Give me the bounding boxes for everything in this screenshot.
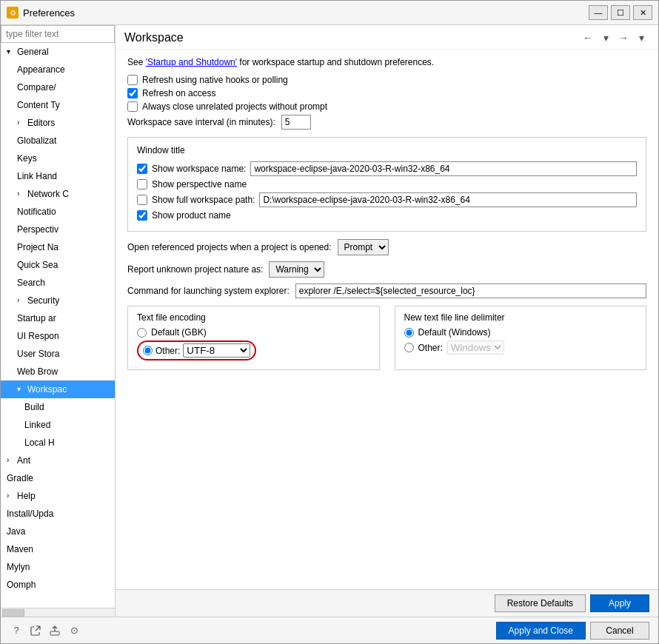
arrow-icon: ▾ — [17, 382, 26, 397]
encoding-other-radio[interactable] — [143, 346, 153, 355]
text-encoding-group: Text file encoding Default (GBK) Other: … — [127, 306, 380, 370]
toolbar-dropdown[interactable]: ▾ — [598, 30, 614, 46]
sidebar-item-link-hand[interactable]: Link Hand — [1, 167, 115, 185]
sidebar-item-gradle[interactable]: Gradle — [1, 469, 115, 487]
apply-button[interactable]: Apply — [590, 594, 649, 612]
sidebar-item-project-na[interactable]: Project Na — [1, 238, 115, 256]
sidebar-item-mylyn[interactable]: Mylyn — [1, 558, 115, 576]
sidebar-item-local-h[interactable]: Local H — [1, 434, 115, 452]
sidebar-item-compare[interactable]: Compare/ — [1, 78, 115, 96]
sidebar-item-linked[interactable]: Linked — [1, 416, 115, 434]
show-perspective-label: Show perspective name — [152, 179, 247, 189]
open-referenced-select[interactable]: Prompt Always Never — [338, 239, 389, 255]
refresh-access-label: Refresh on access — [142, 88, 215, 98]
delimiter-other-row: Other: Windows Unix Mac — [404, 341, 638, 355]
sidebar-item-build[interactable]: Build — [1, 398, 115, 416]
app-icon: ⚙ — [7, 7, 19, 19]
text-encoding-title: Text file encoding — [137, 312, 370, 323]
show-workspace-row: Show workspace name: — [137, 161, 637, 176]
preferences-window: ⚙ Preferences — ☐ ✕ ▾General Appearance … — [0, 0, 659, 644]
sidebar-item-user-stora[interactable]: User Stora — [1, 345, 115, 363]
restore-defaults-button[interactable]: Restore Defaults — [495, 594, 586, 612]
show-full-path-checkbox[interactable] — [137, 195, 147, 205]
full-path-input[interactable] — [259, 192, 637, 207]
encoding-other-select[interactable]: UTF-8 UTF-16 ISO-8859-1 US-ASCII — [183, 343, 250, 358]
delimiter-default-row: Default (Windows) — [404, 327, 638, 338]
filter-input[interactable] — [1, 25, 115, 43]
back-button[interactable]: ← — [580, 30, 596, 46]
sidebar-item-keys[interactable]: Keys — [1, 150, 115, 167]
startup-description: See 'Startup and Shutdown' for workspace… — [127, 57, 646, 67]
help-icon[interactable]: ? — [10, 624, 23, 637]
delimiter-other-radio[interactable] — [404, 343, 414, 352]
sidebar-item-maven[interactable]: Maven — [1, 540, 115, 558]
horizontal-scrollbar[interactable] — [1, 608, 115, 617]
open-referenced-label: Open referenced projects when a project … — [127, 242, 332, 252]
show-product-row: Show product name — [137, 210, 637, 221]
sidebar-item-java[interactable]: Java — [1, 523, 115, 540]
sidebar-item-notifications[interactable]: Notificatio — [1, 203, 115, 221]
show-full-path-label: Show full workspace path: — [152, 195, 255, 205]
cancel-button[interactable]: Cancel — [590, 622, 649, 640]
sidebar-item-startup[interactable]: Startup ar — [1, 309, 115, 327]
export-icon[interactable] — [48, 624, 61, 637]
sidebar-item-perspectives[interactable]: Perspectiv — [1, 221, 115, 238]
sidebar-item-install-update[interactable]: Install/Upda — [1, 505, 115, 523]
close-button[interactable]: ✕ — [633, 5, 652, 20]
arrow-icon: ▾ — [7, 44, 16, 59]
encoding-default-radio[interactable] — [137, 328, 147, 338]
workspace-name-input[interactable] — [250, 161, 637, 176]
command-input[interactable] — [295, 284, 646, 298]
arrow-icon: › — [17, 115, 26, 130]
sidebar-item-network[interactable]: ›Network C — [1, 185, 115, 203]
arrow-icon: › — [17, 293, 26, 308]
main-content: ▾General Appearance Compare/ Content Ty … — [1, 25, 658, 617]
link-icon[interactable] — [29, 624, 42, 637]
sidebar-item-web-brow[interactable]: Web Brow — [1, 363, 115, 380]
sidebar-item-oomph[interactable]: Oomph — [1, 576, 115, 594]
sidebar-item-appearance[interactable]: Appearance — [1, 61, 115, 78]
sidebar-item-ant[interactable]: ›Ant — [1, 452, 115, 469]
sidebar-item-help[interactable]: ›Help — [1, 487, 115, 505]
footer-right: Apply and Close Cancel — [496, 622, 649, 640]
footer-left: ? ⊙ — [10, 624, 81, 637]
report-unknown-select[interactable]: Warning Ignore Error — [269, 261, 324, 278]
command-row: Command for launching system explorer: — [127, 284, 646, 298]
delimiter-default-radio[interactable] — [404, 328, 414, 338]
delimiter-other-select[interactable]: Windows Unix Mac — [447, 341, 504, 355]
scrollbar-thumb[interactable] — [2, 609, 24, 617]
sidebar-item-general[interactable]: ▾General — [1, 43, 115, 61]
maximize-button[interactable]: ☐ — [611, 5, 630, 20]
show-product-checkbox[interactable] — [137, 210, 147, 221]
settings-icon[interactable]: ⊙ — [67, 624, 81, 637]
titlebar: ⚙ Preferences — ☐ ✕ — [1, 1, 658, 25]
panel-title: Workspace — [124, 31, 184, 44]
sidebar-item-globalization[interactable]: Globalizat — [1, 132, 115, 150]
sidebar-item-quick-sea[interactable]: Quick Sea — [1, 256, 115, 274]
show-workspace-checkbox[interactable] — [137, 164, 147, 174]
startup-link[interactable]: 'Startup and Shutdown' — [146, 57, 237, 67]
refresh-native-checkbox[interactable] — [127, 75, 138, 85]
sidebar-item-ui-respon[interactable]: UI Respon — [1, 327, 115, 345]
sidebar-item-editors[interactable]: ›Editors — [1, 114, 115, 132]
tree-area: ▾General Appearance Compare/ Content Ty … — [1, 43, 115, 608]
delimiter-other-label: Other: — [418, 343, 443, 353]
refresh-access-checkbox[interactable] — [127, 88, 138, 98]
arrow-icon: › — [7, 489, 16, 503]
save-interval-row: Workspace save interval (in minutes): — [127, 115, 646, 130]
show-perspective-checkbox[interactable] — [137, 179, 147, 189]
sidebar-item-security[interactable]: ›Security — [1, 292, 115, 309]
forward-button[interactable]: → — [615, 30, 632, 46]
save-interval-input[interactable] — [281, 115, 311, 130]
sidebar-item-content-type[interactable]: Content Ty — [1, 96, 115, 114]
refresh-access-row: Refresh on access — [127, 88, 646, 98]
apply-and-close-button[interactable]: Apply and Close — [496, 622, 586, 640]
sidebar: ▾General Appearance Compare/ Content Ty … — [1, 25, 116, 617]
show-perspective-row: Show perspective name — [137, 179, 637, 189]
sidebar-item-search[interactable]: Search — [1, 274, 115, 292]
panel-header: Workspace ← ▾ → ▾ — [116, 25, 658, 50]
toolbar-dropdown2[interactable]: ▾ — [633, 30, 649, 46]
minimize-button[interactable]: — — [589, 5, 608, 20]
always-close-checkbox[interactable] — [127, 101, 138, 112]
sidebar-item-workspace[interactable]: ▾Workspac — [1, 380, 115, 398]
